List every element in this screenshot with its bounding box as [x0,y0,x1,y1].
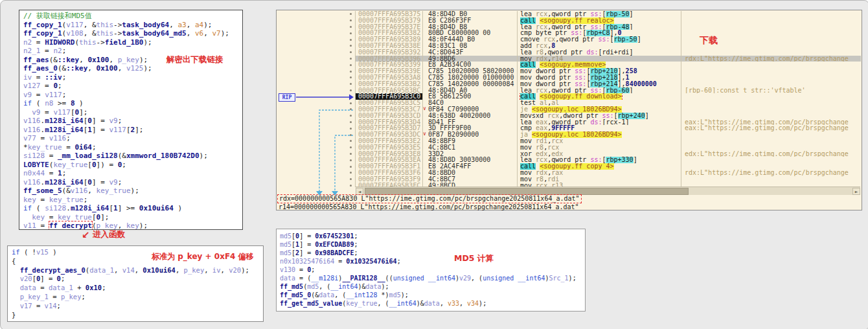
disasm-row[interactable]: 00007FFFA695B38280BD C8000000 00cmp byte… [277,30,861,36]
instruction[interactable]: mov rdi,rcx [517,138,681,144]
disasm-row[interactable]: 00007FFFA695B39EC785 10020000 58020000mo… [277,68,861,74]
instruction[interactable]: call <sogoupy.memmove> [517,62,681,68]
instruction-address[interactable]: 00007FFFA695B375 [355,11,422,17]
instruction[interactable]: call <sogoupy.ff_realoc> [517,17,681,24]
disasm-row[interactable]: 00007FFFA695B3A8C785 18020000 01000000mo… [277,74,861,81]
breakpoint-dot-icon[interactable] [350,19,352,21]
disasm-row[interactable]: 00007FFFA695B3C7∨0F84 C7090000je <sogoup… [277,106,861,113]
disasm-row[interactable]: 00007FFFA695B3924C:8D043Flea r8,qword pt… [277,49,861,56]
instruction-address[interactable]: 00007FFFA695B3C0 [355,93,422,100]
disasm-row[interactable]: 00007FFFA695B3D48D41 FFlea eax,qword ptr… [277,119,861,126]
breakpoint-dot-icon[interactable] [350,64,352,66]
instruction-address[interactable]: 00007FFFA695B39E [355,68,422,74]
instruction[interactable]: je <sogoupy.loc_18026BD94> [517,106,681,113]
disasm-row[interactable]: 00007FFFA695B399E8 A2B34C00call <sogoupy… [277,62,861,68]
breakpoint-dot-icon[interactable] [350,115,352,117]
breakpoint-dot-icon[interactable] [350,153,352,155]
disasm-row[interactable]: 00007FFFA695B379E8 C286F3FFcall <sogoupy… [277,17,861,24]
disasm-row[interactable]: 00007FFFA695B38E48:83C1 08add rcx,8 [277,43,861,49]
instruction[interactable]: cmove rcx,qword ptr ss:[rbp-50] [517,36,681,43]
breakpoint-dot-icon[interactable] [350,58,352,60]
instruction-address[interactable]: 00007FFFA695B389 [355,36,422,43]
breakpoint-dot-icon[interactable] [350,39,352,41]
breakpoint-dot-icon[interactable] [350,159,352,161]
instruction-address[interactable]: 00007FFFA695B3F6 [355,170,422,176]
instruction[interactable]: add rcx,8 [517,43,681,49]
breakpoint-dot-icon[interactable] [350,13,352,15]
instruction[interactable]: call <sogoupy.ff_copy_4> [517,163,681,170]
instruction-address[interactable]: 00007FFFA695B3F9 [355,176,422,183]
disasm-row[interactable]: 00007FFFA695B3E833D2xor edx,edxedx:L"htt… [277,151,861,157]
status-line-rdx[interactable]: rdx=000000000565A830 L"https://ime.gtimg… [277,194,582,203]
breakpoint-dot-icon[interactable] [350,166,352,168]
pseudocode-panel-md5[interactable]: md5[0] = 0x67452301;md5[1] = 0xEFCDAB89;… [276,229,586,312]
breakpoint-dot-icon[interactable] [350,140,352,142]
instruction[interactable]: xor edx,edx [517,151,681,157]
breakpoint-dot-icon[interactable] [350,45,352,47]
instruction[interactable]: lea r8,qword ptr ds:[rdi+rdi] [517,49,681,56]
disasm-row[interactable]: 00007FFFA695B3F1E8 2AC4F4FFcall <sogoupy… [277,163,861,170]
disasm-row[interactable]: 00007FFFA695B3B2C785 14020000 00000084mo… [277,81,861,87]
breakpoint-dot-icon[interactable] [350,51,352,53]
disasm-row[interactable]: 00007FFFA695B3E248:8BF9mov rdi,rcx [277,138,861,144]
breakpoint-dot-icon[interactable] [350,121,352,123]
instruction-address[interactable]: 00007FFFA695B392 [355,49,422,56]
instruction[interactable]: lea rcx,qword ptr ss:[rbp-50] [517,11,681,17]
breakpoint-dot-icon[interactable] [350,96,352,98]
breakpoint-dot-icon[interactable] [350,108,352,110]
disasm-row[interactable]: 00007FFFA695B3EA48:8D8D 30030000lea rcx,… [277,157,861,163]
instruction[interactable]: mov rdx,r14 [517,56,681,62]
disasm-row[interactable]: 00007FFFA695B3F648:8BD0mov rdx,raxrdx:L"… [277,170,861,176]
instruction-address[interactable]: 00007FFFA695B3EA [355,157,422,163]
disasm-row[interactable]: 00007FFFA695B3C0E8 5B612500call <sogoupy… [277,93,861,100]
instruction[interactable]: mov r8,rdi [517,176,681,183]
disasm-row[interactable]: 00007FFFA695B39649:8BD6mov rdx,r14rdx:L"… [277,56,861,62]
instruction-address[interactable]: 00007FFFA695B3E2 [355,138,422,144]
instruction[interactable]: ja <sogoupy.loc_18026BD94> [517,131,681,138]
instruction-address[interactable]: 00007FFFA695B3BC [355,87,422,94]
pseudocode-panel-main[interactable]: // 获取链接和MD5值ff_copy_1(v117, &this->task_… [19,10,243,230]
instruction[interactable]: cmp eax,9FFFFF [517,125,681,131]
instruction-address[interactable]: 00007FFFA695B396 [355,56,422,62]
instruction[interactable]: movsxd rcx,dword ptr ss:[rbp+240] [517,113,681,119]
instruction-address[interactable]: 00007FFFA695B3C5 [355,100,422,106]
instruction[interactable]: mov dword ptr ss:[rbp+218],1 [517,74,681,81]
breakpoint-dot-icon[interactable] [350,89,352,91]
instruction-address[interactable]: 00007FFFA695B3DC [355,131,422,138]
disasm-row[interactable]: 00007FFFA695B3E54C:8BC1mov r8,rcx [277,144,861,151]
breakpoint-dot-icon[interactable] [350,71,352,73]
disasm-row[interactable]: 00007FFFA695B38948:0F444D B0cmove rcx,qw… [277,36,861,43]
instruction-address[interactable]: 00007FFFA695B3E5 [355,144,422,151]
instruction[interactable]: mov dword ptr ss:[rbp+214],84000000 [517,81,681,87]
breakpoint-dot-icon[interactable] [350,83,352,85]
breakpoint-dot-icon[interactable] [350,178,352,180]
instruction[interactable]: mov r8,rcx [517,144,681,151]
instruction-address[interactable]: 00007FFFA695B37E [355,24,422,30]
disasm-row[interactable]: 00007FFFA695B3D73D FFFF9F00cmp eax,9FFFF… [277,125,861,131]
instruction-address[interactable]: 00007FFFA695B3CD [355,113,422,119]
instruction-address[interactable]: 00007FFFA695B379 [355,17,422,24]
instruction[interactable]: test al,al [517,100,681,106]
instruction[interactable]: lea rcx,qword ptr ss:[rbp+330] [517,157,681,163]
breakpoint-dot-icon[interactable] [350,32,352,34]
instruction[interactable]: lea rcx,qword ptr ss:[rbp-48] [517,24,681,30]
disasm-row[interactable]: 00007FFFA695B3BC48:8D4D A0lea rcx,qword … [277,87,861,94]
breakpoint-dot-icon[interactable] [350,26,352,28]
instruction-address[interactable]: 00007FFFA695B3A8 [355,74,422,81]
breakpoint-dot-icon[interactable] [350,172,352,174]
instruction[interactable]: cmp byte ptr ss:[rbp+C8],0 [517,30,681,36]
instruction-address[interactable]: 00007FFFA695B3F1 [355,163,422,170]
instruction-address[interactable]: 00007FFFA695B38E [355,43,422,49]
scroll-right-button[interactable]: ► [852,188,860,195]
disasm-row[interactable]: 00007FFFA695B3DC∨0F87 B2090000ja <sogoup… [277,131,861,138]
disasm-row[interactable]: 00007FFFA695B37548:8D4D B0lea rcx,qword … [277,11,861,17]
instruction[interactable]: lea eax,qword ptr ds:[rcx-1] [517,119,681,126]
breakpoint-dot-icon[interactable] [350,134,352,136]
instruction-address[interactable]: 00007FFFA695B382 [355,30,422,36]
status-line-r14[interactable]: r14=000000000565A830 L"https://ime.gtimg… [279,203,579,210]
breakpoint-dot-icon[interactable] [350,146,352,148]
breakpoint-dot-icon[interactable] [350,185,352,187]
instruction[interactable]: call <sogoupy.ff_download> [517,93,681,100]
disasm-row[interactable]: 00007FFFA695B3F94C:8BC7mov r8,rdi [277,176,861,183]
disasm-row[interactable]: 00007FFFA695B37E48:8D4D B8lea rcx,qword … [277,24,861,30]
